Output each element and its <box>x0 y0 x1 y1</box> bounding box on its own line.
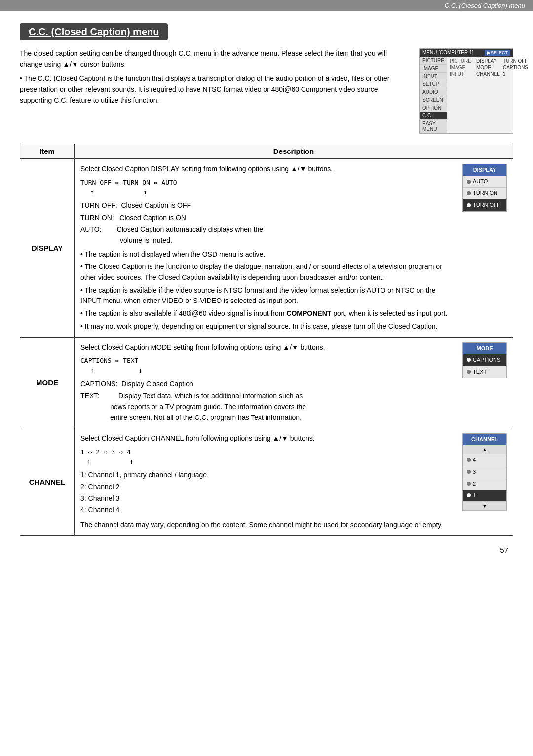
display-bullet3: • The caption is available if the video … <box>80 285 457 306</box>
menu-left-picture: PICTURE <box>420 57 447 65</box>
menu-left-option: OPTION <box>420 104 447 112</box>
desc-cell-display: Select Closed Caption DISPLAY setting fr… <box>75 159 513 338</box>
menu-left-setup: SETUP <box>420 80 447 88</box>
channel-diagram: 1 ⇔ 2 ⇔ 3 ⇔ 4 ↑↑ <box>80 447 457 467</box>
channel-item-2: 2 <box>463 478 506 490</box>
intro-para2: • The C.C. (Closed Caption) is the funct… <box>20 74 410 106</box>
channel-label-4: 4 <box>473 456 476 464</box>
display-bullet-turnon <box>467 191 471 195</box>
mode-item-text: TEXT <box>463 366 506 378</box>
mode-intro: Select Closed Caption MODE setting from … <box>80 342 457 353</box>
display-dropdown-header: DISPLAY <box>463 164 506 176</box>
display-item-auto: AUTO <box>463 176 506 188</box>
channel-bullet-2 <box>467 482 471 486</box>
item-cell-mode: MODE <box>20 337 75 428</box>
menu-left-easymenu: EASY MENU <box>420 120 447 133</box>
desc-cell-channel: Select Closed Caption CHANNEL from follo… <box>75 428 513 535</box>
channel-4: 4: Channel 4 <box>80 505 457 516</box>
channel-down-arrow: ▼ <box>463 502 506 511</box>
menu-right-col3-2: CAPTIONS <box>503 65 528 70</box>
display-dropdown: DISPLAY AUTO TURN ON TURN <box>462 164 507 212</box>
channel-item-4: 4 <box>463 454 506 466</box>
menu-right-col3-1: TURN OFF <box>503 58 528 64</box>
desc-text-mode: Select Closed Caption MODE setting from … <box>80 342 457 423</box>
menu-right-col2-2: MODE <box>476 65 501 70</box>
display-label-auto: AUTO <box>473 177 488 186</box>
menu-right-col2-3: CHANNEL <box>476 71 501 76</box>
item-label-display: DISPLAY <box>32 244 63 252</box>
menu-left-cc: C.C. <box>420 112 447 120</box>
display-turn-on: TURN ON: Closed Caption is ON <box>80 213 457 224</box>
menu-right-row-2: IMAGE MODE CAPTIONS <box>448 64 530 71</box>
menu-right-row-3: INPUT CHANNEL 1 <box>448 71 530 77</box>
display-bullet-auto <box>467 180 471 184</box>
desc-text-display: Select Closed Caption DISPLAY setting fr… <box>80 164 457 332</box>
display-bullet-turnoff <box>467 203 471 207</box>
mode-diagram: CAPTIONS ⇔ TEXT ↑↑ <box>80 356 457 376</box>
channel-bullet-3 <box>467 470 471 474</box>
mode-label-captions: CAPTIONS <box>473 356 500 364</box>
page-number: 57 <box>20 546 513 554</box>
mode-item-captions: CAPTIONS <box>463 354 506 366</box>
channel-1: 1: Channel 1, primary channel / language <box>80 470 457 481</box>
menu-right-col1-2: IMAGE <box>450 65 474 70</box>
channel-intro: Select Closed Caption CHANNEL from follo… <box>80 433 457 444</box>
mode-bullet-captions <box>467 358 471 362</box>
item-label-channel: CHANNEL <box>29 478 65 486</box>
table-row-channel: CHANNEL Select Closed Caption CHANNEL fr… <box>20 428 513 535</box>
menu-left-input: INPUT <box>420 73 447 80</box>
menu-right-row-1: PICTURE DISPLAY TURN OFF <box>448 58 530 64</box>
menu-right-col1-1: PICTURE <box>450 58 474 64</box>
display-bullet5: • It may not work properly, depending on… <box>80 321 457 332</box>
desc-cell-mode: Select Closed Caption MODE setting from … <box>75 337 513 428</box>
mode-dropdown-header: MODE <box>463 343 506 354</box>
channel-up-arrow: ▲ <box>463 445 506 454</box>
menu-left: PICTURE IMAGE INPUT SETUP AUDIO SCREEN O… <box>420 57 447 133</box>
mode-label-text: TEXT <box>473 368 487 376</box>
menu-title: MENU [COMPUTER 1] <box>422 50 473 56</box>
desc-text-channel: Select Closed Caption CHANNEL from follo… <box>80 433 457 530</box>
display-auto: AUTO: Closed Caption automatically displ… <box>80 225 457 246</box>
display-bullet1: • The caption is not displayed when the … <box>80 249 457 260</box>
channel-footer: The channel data may vary, depending on … <box>80 520 457 530</box>
display-label-turnoff: TURN OFF <box>473 201 500 209</box>
display-label-turnon: TURN ON <box>473 189 497 197</box>
display-bullet2: • The Closed Caption is the function to … <box>80 262 457 283</box>
table-row-mode: MODE Select Closed Caption MODE setting … <box>20 337 513 428</box>
display-item-turnon: TURN ON <box>463 188 506 199</box>
mode-text: TEXT: Display Text data, which is for ad… <box>80 391 457 423</box>
menu-body: PICTURE IMAGE INPUT SETUP AUDIO SCREEN O… <box>420 57 513 133</box>
channel-label-2: 2 <box>473 480 476 488</box>
item-label-mode: MODE <box>36 378 58 387</box>
channel-bullet-1 <box>467 493 471 497</box>
mode-captions: CAPTIONS: Display Closed Caption <box>80 379 457 390</box>
item-cell-channel: CHANNEL <box>20 428 75 535</box>
display-diagram: TURN OFF ⇔ TURN ON ⇔ AUTO ↑↑ <box>80 178 457 197</box>
channel-2: 2: Channel 2 <box>80 482 457 492</box>
channel-dropdown-header: CHANNEL <box>463 434 506 445</box>
table-row-display: DISPLAY Select Closed Caption DISPLAY se… <box>20 159 513 338</box>
channel-item-1: 1 <box>463 490 506 502</box>
item-cell-display: DISPLAY <box>20 159 75 338</box>
display-turn-off: TURN OFF: Closed Caption is OFF <box>80 200 457 211</box>
desc-with-image-display: Select Closed Caption DISPLAY setting fr… <box>80 164 507 332</box>
menu-left-screen: SCREEN <box>420 96 447 104</box>
intro-text: The closed caption setting can be change… <box>20 48 410 134</box>
channel-item-3: 3 <box>463 466 506 478</box>
table-header-item: Item <box>20 144 75 159</box>
menu-right-col1-3: INPUT <box>450 71 474 76</box>
menu-right-col2-1: DISPLAY <box>476 58 501 64</box>
page-content: C.C. (Closed Caption) menu The closed ca… <box>0 11 533 574</box>
channel-bullet-4 <box>467 458 471 462</box>
menu-right: PICTURE DISPLAY TURN OFF IMAGE MODE CAPT… <box>447 57 531 133</box>
channel-3: 3: Channel 3 <box>80 493 457 504</box>
channel-label-3: 3 <box>473 468 476 476</box>
page-title: C.C. (Closed Caption) menu <box>20 23 168 40</box>
intro-section: The closed caption setting can be change… <box>20 48 513 134</box>
menu-left-image: IMAGE <box>420 65 447 73</box>
channel-dropdown: CHANNEL ▲ 4 3 <box>462 433 507 511</box>
menu-right-col3-3: 1 <box>503 71 506 76</box>
menu-left-audio: AUDIO <box>420 88 447 96</box>
main-table: Item Description DISPLAY Select Closed C… <box>20 144 513 536</box>
intro-para1: The closed caption setting can be change… <box>20 48 410 70</box>
